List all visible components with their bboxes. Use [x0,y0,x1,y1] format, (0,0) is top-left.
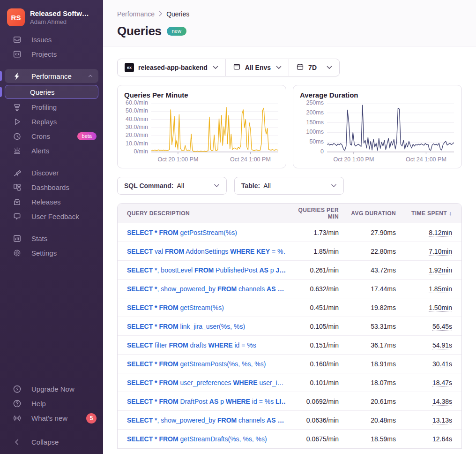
sidebar-item-replays[interactable]: Replays [0,114,103,129]
queries-per-min-value: 0.160/min [286,360,348,368]
sidebar-item-discover[interactable]: Discover [0,166,103,180]
column-time-spent[interactable]: TIME SPENT ↓ [405,210,461,217]
query-description-link[interactable]: SELECT * FROM link_jira_user(%s, %s) [118,323,286,330]
upgrade-icon [13,385,22,393]
sidebar-item-user-feedback[interactable]: User Feedback [0,209,103,224]
queries-table: QUERY DESCRIPTION QUERIES PER MIN AVG DU… [117,203,462,449]
calendar-icon [296,63,304,72]
time-spent-value[interactable]: 30.41s [432,360,452,368]
breadcrumb-parent[interactable]: Performance [117,10,155,18]
discover-icon [13,168,22,177]
query-description-link[interactable]: SELECT filter FROM drafts WHERE id = %s [118,341,286,349]
table-row: SELECT * FROM getStream(%s)0.451/min19.8… [118,298,461,317]
sidebar-nav: IssuesProjectsPerformanceQueriesProfilin… [0,32,103,260]
time-spent-value[interactable]: 1.92min [429,266,452,274]
projects-icon [13,50,22,59]
chevron-down-icon [327,66,332,69]
time-spent-value[interactable]: 14.38s [432,398,452,406]
charts-row: Queries Per Minute60.0/min50.0/min40.0/m… [117,85,462,168]
releases-icon [13,197,22,206]
avg-duration-value: 18.07ms [348,379,405,386]
dashboards-icon [13,183,22,192]
time-spent-value[interactable]: 12.64s [432,435,452,443]
avg-duration-value: 17.44ms [348,285,405,293]
column-avg-duration[interactable]: AVG DURATION [348,210,405,217]
y-axis-labels: 60.0/min50.0/min40.0/min30.0/min20.0/min… [124,99,151,164]
column-queries-per-min[interactable]: QUERIES PER MIN [286,207,348,220]
sidebar-item-projects[interactable]: Projects [0,47,103,61]
sidebar-item-releases[interactable]: Releases [0,195,103,209]
table-row: SELECT * FROM link_jira_user(%s, %s)0.10… [118,317,461,336]
chevron-up-icon [87,73,94,79]
sidebar-group-performance[interactable]: Performance [5,69,98,83]
sidebar-item-issues[interactable]: Issues [0,32,103,47]
query-description-link[interactable]: SELECT * FROM getStreamPosts(%s, %s, %s) [118,360,286,368]
time-spent-value[interactable]: 56.45s [432,323,452,331]
y-axis-labels: 250ms200ms150ms100ms50ms0 [300,99,327,164]
column-query-description[interactable]: QUERY DESCRIPTION [118,210,286,217]
sidebar-item-upgrade-now[interactable]: Upgrade Now [0,382,103,396]
sql-command-select[interactable]: SQL Command: All [117,177,227,195]
express-project-icon: ex [125,63,134,72]
new-feature-badge: new [167,27,186,36]
x-axis-labels: Oct 20 1:00 PMOct 24 1:00 PM [151,155,278,164]
sidebar-item-dashboards[interactable]: Dashboards [0,180,103,195]
time-spent-value[interactable]: 8.12min [429,229,452,237]
sort-descending-icon: ↓ [449,210,452,217]
sidebar-item-what-s-new[interactable]: What's new5 [0,411,103,425]
avg-duration-value: 22.80ms [348,248,405,255]
date-range-selector[interactable]: 7D [289,59,339,76]
table-body: SELECT * FROM getPostStream(%s)1.73/min2… [118,223,461,448]
queries-per-min-value: 0.0675/min [286,435,348,443]
time-spent-value[interactable]: 7.10min [429,248,452,256]
x-axis-labels: Oct 20 1:00 PMOct 24 1:00 PM [327,155,454,164]
sidebar-collapse-button[interactable]: Collapse [0,435,103,449]
whats-new-icon [13,414,22,423]
org-switcher[interactable]: RS Released Softw… Adam Ahmed [0,0,103,32]
query-description-link[interactable]: SELECT * FROM DraftPost AS p WHERE id = … [118,398,286,405]
performance-icon [13,72,22,81]
chevron-down-icon [213,66,218,69]
table-row: SELECT val FROM AddonSettings WHERE KEY … [118,242,461,261]
sidebar-item-profiling[interactable]: Profiling [0,100,103,114]
query-description-link[interactable]: SELECT * FROM getStream(%s) [118,304,286,311]
queries-per-min-value: 0.632/min [286,285,348,293]
avg-duration-value: 20.61ms [348,398,405,405]
chevron-down-icon [214,184,220,188]
table-row: SELECT * FROM getStreamPosts(%s, %s, %s)… [118,355,461,373]
breadcrumb-current: Queries [166,10,189,18]
time-spent-value[interactable]: 1.85min [429,285,452,293]
time-spent-value[interactable]: 13.13s [432,416,452,424]
page-title: Queries [117,24,162,38]
queries-per-min-value: 0.261/min [286,266,348,274]
active-nav-indicator [0,71,2,81]
query-description-link[interactable]: SELECT *, show_powered_by FROM channels … [118,285,286,293]
time-spent-value[interactable]: 54.91s [432,341,452,349]
project-selector[interactable]: ex released-app-backend [118,59,225,76]
notification-count-badge: 5 [86,413,97,424]
sidebar-item-help[interactable]: Help [0,396,103,411]
table-select[interactable]: Table: All [234,177,344,195]
sidebar-item-alerts[interactable]: Alerts [0,144,103,158]
time-spent-value[interactable]: 1.50min [429,304,452,312]
query-description-link[interactable]: SELECT *, show_powered_by FROM channels … [118,416,286,424]
queries-per-min-value: 1.85/min [286,248,348,255]
time-spent-value[interactable]: 18.47s [432,379,452,387]
sidebar-item-crons[interactable]: Cronsbeta [0,129,103,144]
query-description-link[interactable]: SELECT * FROM user_preferences WHERE use… [118,379,286,386]
stats-icon [13,234,22,243]
table-row: SELECT * FROM DraftPost AS p WHERE id = … [118,392,461,411]
environment-selector[interactable]: All Envs [225,59,289,76]
sidebar-item-settings[interactable]: Settings [0,246,103,260]
sidebar-item-stats[interactable]: Stats [0,231,103,246]
query-description-link[interactable]: SELECT val FROM AddonSettings WHERE KEY … [118,248,286,255]
average-duration-chart: Average Duration250ms200ms150ms100ms50ms… [293,85,462,168]
query-filters: SQL Command: All Table: All [117,177,462,195]
queries-per-min-value: 0.0692/min [286,398,348,405]
user-name: Adam Ahmed [30,18,89,25]
query-description-link[interactable]: SELECT *, boostLevel FROM PublishedPost … [118,266,286,274]
window-icon [233,63,241,72]
query-description-link[interactable]: SELECT * FROM getStreamDrafts(%s, %s, %s… [118,435,286,443]
query-description-link[interactable]: SELECT * FROM getPostStream(%s) [118,229,286,236]
sidebar-item-queries-selected[interactable]: Queries [5,85,98,99]
